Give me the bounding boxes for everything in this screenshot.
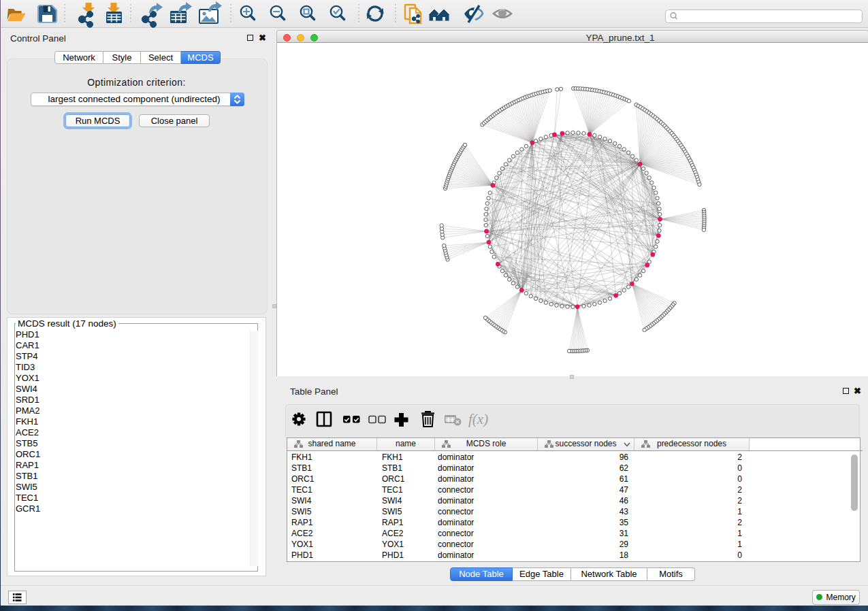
svg-text:f(x): f(x) — [468, 411, 488, 427]
